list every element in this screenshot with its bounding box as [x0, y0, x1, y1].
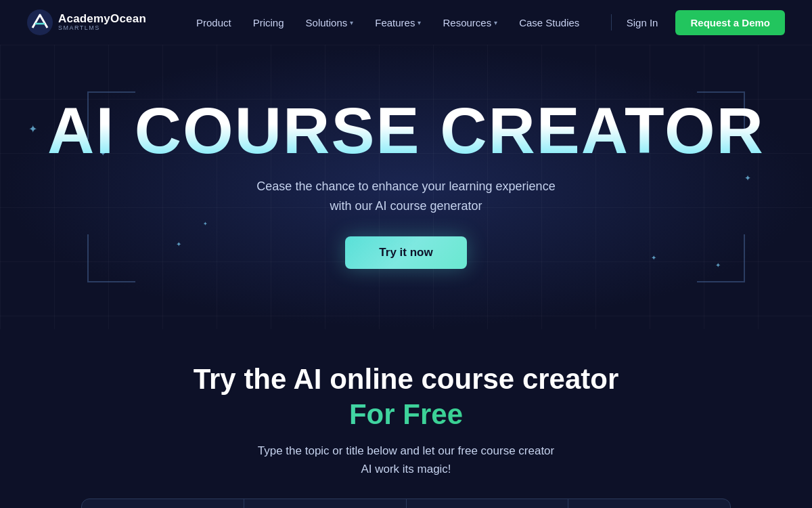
try-it-now-button[interactable]: Try it now — [345, 236, 466, 269]
request-demo-button[interactable]: Request a Demo — [675, 10, 785, 35]
svg-point-0 — [27, 9, 53, 35]
nav-case-studies[interactable]: Case Studies — [510, 12, 589, 34]
input-bar: Lesson Language Learning Styles Tone Sty… — [81, 499, 731, 508]
solutions-chevron-icon: ▾ — [350, 19, 353, 26]
input-bar-tabs: Lesson Language Learning Styles Tone Sty… — [82, 499, 730, 508]
nav-product[interactable]: Product — [187, 12, 241, 34]
hero-subtitle: Cease the chance to enhance your learnin… — [256, 177, 555, 216]
tab-learning-styles[interactable]: Learning Styles — [407, 499, 569, 508]
tab-tone-styles[interactable]: Tone Styles — [568, 499, 730, 508]
star-6: ✦ — [651, 254, 656, 261]
nav-links: Product Pricing Solutions ▾ Features ▾ R… — [187, 12, 606, 34]
section2: Try the AI online course creator For Fre… — [0, 329, 812, 508]
signin-link[interactable]: Sign In — [617, 12, 668, 34]
resources-chevron-icon: ▾ — [494, 19, 497, 26]
hero-title: AI COURSE CREATOR — [47, 98, 765, 163]
nav-solutions[interactable]: Solutions ▾ — [296, 12, 363, 34]
section2-title-gradient: For Free — [27, 398, 785, 431]
bracket-bottom-right — [683, 221, 751, 289]
nav-features[interactable]: Features ▾ — [365, 12, 430, 34]
tab-language[interactable]: Language — [244, 499, 407, 508]
star-8: ✦ — [203, 221, 208, 227]
nav-resources[interactable]: Resources ▾ — [433, 12, 507, 34]
star-4: ✦ — [744, 173, 751, 183]
nav-separator — [611, 14, 612, 30]
logo-sub-text: SmartLMS — [58, 25, 146, 32]
hero-section: ✦ ✦ ✦ ✦ ✦ ✦ ✦ ✦ AI COURSE CREATOR Cease … — [0, 45, 812, 329]
star-5: ✦ — [176, 240, 181, 248]
logo-main-text: AcademyOcean — [58, 13, 146, 26]
nav-pricing[interactable]: Pricing — [244, 12, 294, 34]
star-1: ✦ — [28, 123, 37, 135]
features-chevron-icon: ▾ — [418, 19, 421, 26]
star-7: ✦ — [715, 261, 721, 269]
logo[interactable]: AcademyOcean SmartLMS — [27, 9, 146, 35]
bracket-bottom-left — [81, 221, 149, 289]
ao-logo-icon — [27, 9, 53, 35]
navbar: AcademyOcean SmartLMS Product Pricing So… — [0, 0, 812, 45]
section2-subtitle: Type the topic or title below and let ou… — [27, 442, 785, 478]
tab-lesson[interactable]: Lesson — [82, 499, 244, 508]
section2-title: Try the AI online course creator — [27, 363, 785, 396]
